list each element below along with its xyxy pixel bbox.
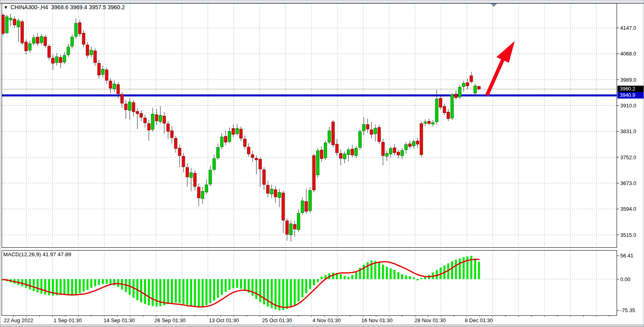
macd-indicator-label: MACD(12,26,9) 41.97 47.89 [3, 251, 71, 257]
price-badge-current: 3960.2 [617, 86, 644, 92]
macd-histogram-layer [2, 256, 480, 311]
svg-text:8 Dec 01:30: 8 Dec 01:30 [465, 317, 493, 323]
price-badge-support-line: 3940.9 [617, 92, 644, 99]
svg-text:0.00: 0.00 [620, 276, 630, 282]
chart-svg: 4147.04068.03989.03910.03831.03752.03673… [0, 0, 644, 327]
candles-layer [2, 14, 480, 242]
svg-text:3831.0: 3831.0 [620, 128, 636, 134]
gridlines-layer [2, 4, 617, 315]
svg-text:4147.0: 4147.0 [620, 25, 636, 31]
svg-text:25 Oct 01:30: 25 Oct 01:30 [262, 317, 292, 323]
support-line[interactable] [2, 95, 617, 97]
svg-text:14 Sep 01:30: 14 Sep 01:30 [104, 317, 135, 323]
svg-text:26 Sep 01:30: 26 Sep 01:30 [154, 317, 185, 323]
trend-arrow[interactable] [487, 41, 515, 95]
svg-text:13 Oct 01:30: 13 Oct 01:30 [209, 317, 239, 323]
svg-text:3989.0: 3989.0 [620, 77, 636, 83]
chart-shift-marker[interactable] [491, 4, 497, 7]
svg-text:3910.0: 3910.0 [620, 103, 636, 109]
svg-text:22 Aug 2022: 22 Aug 2022 [4, 317, 33, 323]
svg-text:3594.0: 3594.0 [620, 206, 636, 212]
svg-text:4 Nov 01:30: 4 Nov 01:30 [313, 317, 341, 323]
quote-header: ▼CHINA300-,H4 3968.6 3969.4 3957.5 3960.… [4, 4, 125, 10]
svg-text:28 Nov 01:30: 28 Nov 01:30 [414, 317, 445, 323]
svg-text:3515.0: 3515.0 [620, 232, 636, 238]
svg-text:-75.35: -75.35 [620, 307, 635, 313]
quote-text: CHINA300-,H4 3968.6 3969.4 3957.5 3960.2 [10, 4, 125, 10]
svg-text:16 Nov 01:30: 16 Nov 01:30 [361, 317, 392, 323]
svg-text:1 Sep 01:30: 1 Sep 01:30 [54, 317, 82, 323]
svg-text:3673.0: 3673.0 [620, 180, 636, 186]
svg-text:56.41: 56.41 [620, 253, 634, 259]
svg-text:4068.0: 4068.0 [620, 51, 636, 57]
window-bottom-strip [0, 324, 644, 327]
symbol-dropdown-icon[interactable]: ▼ [4, 5, 8, 10]
svg-text:3752.0: 3752.0 [620, 154, 636, 160]
chart-window: ▼CHINA300-,H4 3968.6 3969.4 3957.5 3960.… [0, 0, 644, 327]
right-axis: 4147.04068.03989.03910.03831.03752.03673… [617, 25, 636, 313]
bottom-axis: 22 Aug 20221 Sep 01:3014 Sep 01:3026 Sep… [4, 315, 609, 323]
